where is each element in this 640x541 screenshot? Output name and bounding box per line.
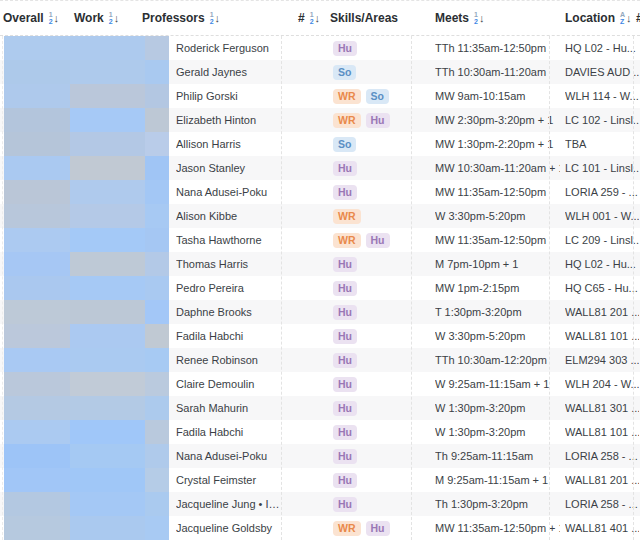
table-row[interactable]: Gerald Jaynes So TTh 10:30am-11:20am DAV… [0,60,640,84]
professor-name: Sarah Mahurin [176,396,281,420]
table-row[interactable]: Jacqueline Goldsby WRHu MW 11:35am-12:50… [0,516,640,540]
location: LC 102 - Linsl... [565,108,639,132]
skill-badge-wr: WR [333,89,361,104]
professor-rating-blurred [145,444,169,468]
column-header-enrollment-2-label: # [636,1,640,36]
work-rating-blurred [70,372,145,396]
professor-rating-blurred [145,108,169,132]
work-rating-blurred [70,324,145,348]
overall-rating-blurred [4,132,70,156]
skills-areas-cell: WRSo [333,84,394,108]
professor-rating-blurred [145,516,169,540]
professor-name: Pedro Pereira [176,276,281,300]
meets-time: TTh 10:30am-12:20pm [435,348,560,372]
column-header-enrollment[interactable]: # 12↓ [298,1,320,36]
table-row[interactable]: Allison Harris So MW 1:30pm-2:20pm + 1 T… [0,132,640,156]
professor-name: Crystal Feimster [176,468,281,492]
table-row[interactable]: Elizabeth Hinton WRHu MW 2:30pm-3:20pm +… [0,108,640,132]
professor-name: Fadila Habchi [176,420,281,444]
overall-rating-blurred [4,252,70,276]
professor-rating-blurred [145,492,169,516]
work-rating-blurred [70,276,145,300]
table-row[interactable]: Fadila Habchi Hu W 1:30pm-3:20pm WALL81 … [0,420,640,444]
column-header-professors[interactable]: Professors 12↓ [142,1,220,36]
table-row[interactable]: Sarah Mahurin Hu W 1:30pm-3:20pm WALL81 … [0,396,640,420]
overall-rating-blurred [4,180,70,204]
skills-areas-cell: Hu [333,36,362,60]
skill-badge-so: So [366,89,389,104]
sort-numeric-icon[interactable]: 12↓ [210,12,220,25]
professor-rating-blurred [145,276,169,300]
professor-name: Jacqueline Jung • Isaac J... [176,492,281,516]
sort-numeric-icon[interactable]: 12↓ [310,12,320,25]
overall-rating-blurred [4,492,70,516]
sort-numeric-icon[interactable]: 12↓ [109,12,119,25]
table-row[interactable]: Alison Kibbe WR W 3:30pm-5:20pm WLH 001 … [0,204,640,228]
table-row[interactable]: Jacqueline Jung • Isaac J... Hu Th 1:30p… [0,492,640,516]
table-row[interactable]: Renee Robinson Hu TTh 10:30am-12:20pm EL… [0,348,640,372]
skill-badge-wr: WR [333,233,361,248]
column-header-meets-label: Meets [435,1,469,36]
professor-rating-blurred [145,300,169,324]
overall-rating-blurred [4,156,70,180]
column-header-overall-label: Overall [3,1,44,36]
table-row[interactable]: Fadila Habchi Hu W 3:30pm-5:20pm WALL81 … [0,324,640,348]
skill-badge-hu: Hu [333,185,357,200]
overall-rating-blurred [4,468,70,492]
column-header-enrollment-2: # [636,1,640,36]
skills-areas-cell: WRHu [333,108,395,132]
table-row[interactable]: Tasha Hawthorne WRHu MW 11:35am-12:50pm … [0,228,640,252]
table-row[interactable]: Claire Demoulin Hu W 9:25am-11:15am + 1 … [0,372,640,396]
table-row[interactable]: Nana Adusei-Poku Hu MW 11:35am-12:50pm L… [0,180,640,204]
overall-rating-blurred [4,204,70,228]
skills-areas-cell: Hu [333,252,362,276]
skill-badge-hu: Hu [366,521,390,536]
professor-rating-blurred [145,180,169,204]
table-row[interactable]: Nana Adusei-Poku Hu Th 9:25am-11:15am LO… [0,444,640,468]
table-row[interactable]: Roderick Ferguson Hu TTh 11:35am-12:50pm… [0,36,640,60]
table-row[interactable]: Thomas Harris Hu M 7pm-10pm + 1 HQ L02 -… [0,252,640,276]
table-row[interactable]: Daphne Brooks Hu T 1:30pm-3:20pm WALL81 … [0,300,640,324]
meets-time: Th 1:30pm-3:20pm [435,492,560,516]
overall-rating-blurred [4,444,70,468]
table-row[interactable]: Crystal Feimster Hu M 9:25am-11:15am + 1… [0,468,640,492]
column-header-meets[interactable]: Meets 12↓ [435,1,484,36]
column-header-overall[interactable]: Overall 12↓ [3,1,59,36]
location: LORIA 259 - ... [565,180,639,204]
meets-time: M 9:25am-11:15am + 1 [435,468,560,492]
work-rating-blurred [70,60,145,84]
location: WALL81 101 ... [565,420,639,444]
work-rating-blurred [70,420,145,444]
skills-areas-cell: Hu [333,468,362,492]
skill-badge-wr: WR [333,521,361,536]
location: LC 209 - Linsl... [565,228,639,252]
location: HQ L02 - Hu... [565,36,639,60]
sort-alpha-icon[interactable]: AZ↓ [620,12,632,25]
work-rating-blurred [70,300,145,324]
skill-badge-hu: Hu [333,425,357,440]
work-rating-blurred [70,204,145,228]
work-rating-blurred [70,492,145,516]
professor-name: Philip Gorski [176,84,281,108]
sort-numeric-icon[interactable]: 12↓ [49,12,59,25]
table-row[interactable]: Philip Gorski WRSo MW 9am-10:15am WLH 11… [0,84,640,108]
overall-rating-blurred [4,516,70,540]
table-row[interactable]: Pedro Pereira Hu MW 1pm-2:15pm HQ C65 - … [0,276,640,300]
column-header-work-label: Work [74,1,104,36]
professor-rating-blurred [145,396,169,420]
column-header-work[interactable]: Work 12↓ [74,1,119,36]
skills-areas-cell: Hu [333,156,362,180]
professor-name: Claire Demoulin [176,372,281,396]
professor-name: Allison Harris [176,132,281,156]
skills-areas-cell: So [333,60,361,84]
skill-badge-hu: Hu [333,161,357,176]
professor-name: Jacqueline Goldsby [176,516,281,540]
column-header-location-label: Location [565,1,615,36]
column-header-location[interactable]: Location AZ↓ [565,1,632,36]
skills-areas-cell: Hu [333,372,362,396]
table-row[interactable]: Jason Stanley Hu MW 10:30am-11:20am + 1 … [0,156,640,180]
sort-numeric-icon[interactable]: 12↓ [474,12,484,25]
professor-rating-blurred [145,132,169,156]
skill-badge-hu: Hu [333,353,357,368]
professor-rating-blurred [145,60,169,84]
